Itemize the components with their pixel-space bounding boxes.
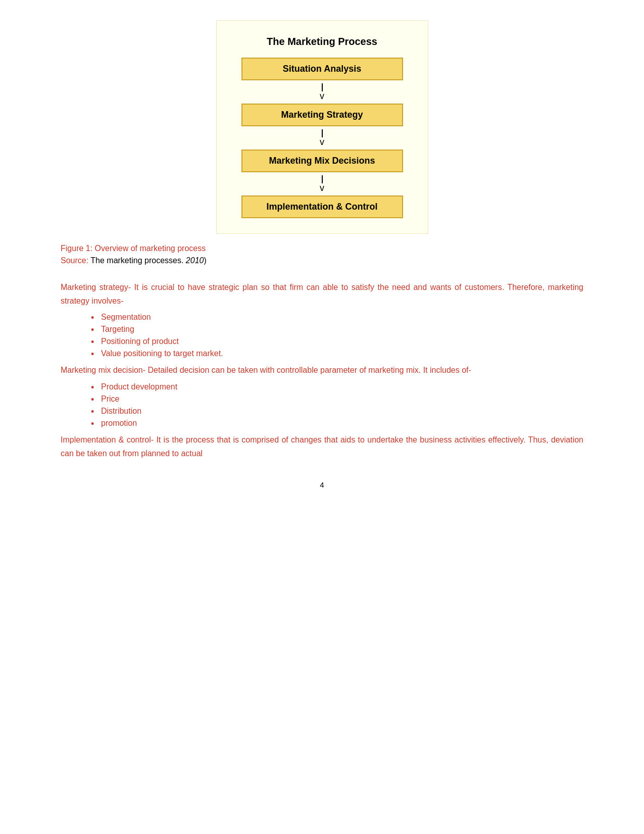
marketing-strategy-intro: Marketing strategy- It is crucial to hav… — [61, 280, 583, 308]
diagram-box-strategy: Marketing Strategy — [241, 104, 403, 126]
arrow-1: v — [320, 83, 324, 101]
bullet-targeting: Targeting — [91, 325, 583, 334]
page-number: 4 — [61, 480, 583, 489]
marketing-mix-list: Product development Price Distribution p… — [91, 382, 583, 428]
bullet-product-development: Product development — [91, 382, 583, 391]
arrow-3: v — [320, 175, 324, 192]
bullet-price: Price — [91, 395, 583, 404]
bullet-segmentation: Segmentation — [91, 313, 583, 322]
bullet-promotion: promotion — [91, 419, 583, 428]
diagram-box-mix: Marketing Mix Decisions — [241, 150, 403, 172]
source-line: Source: The marketing processes. 2010) — [61, 256, 583, 265]
arrow-line-2 — [322, 129, 323, 137]
marketing-process-diagram: The Marketing Process Situation Analysis… — [216, 20, 428, 234]
source-text: The marketing processes. — [90, 256, 186, 265]
bullet-distribution: Distribution — [91, 407, 583, 416]
bullet-positioning: Positioning of product — [91, 337, 583, 346]
figure-caption: Figure 1: Overview of marketing process — [61, 244, 583, 253]
diagram-box-implementation: Implementation & Control — [241, 195, 403, 218]
marketing-strategy-list: Segmentation Targeting Positioning of pr… — [91, 313, 583, 358]
arrow-head-1: v — [320, 91, 324, 101]
page-container: The Marketing Process Situation Analysis… — [61, 20, 583, 489]
source-year: 2010 — [186, 256, 204, 265]
arrow-head-2: v — [320, 137, 324, 146]
implementation-intro: Implementation & control- It is the proc… — [61, 433, 583, 460]
bullet-value-positioning: Value positioning to target market. — [91, 349, 583, 358]
source-label: Source: — [61, 256, 88, 265]
diagram-box-situation: Situation Analysis — [241, 58, 403, 80]
arrow-2: v — [320, 129, 324, 146]
diagram-title: The Marketing Process — [267, 36, 377, 47]
marketing-mix-intro: Marketing mix decision- Detailed decisio… — [61, 363, 583, 377]
arrow-head-3: v — [320, 183, 324, 192]
arrow-line-1 — [322, 83, 323, 91]
arrow-line-3 — [322, 175, 323, 183]
